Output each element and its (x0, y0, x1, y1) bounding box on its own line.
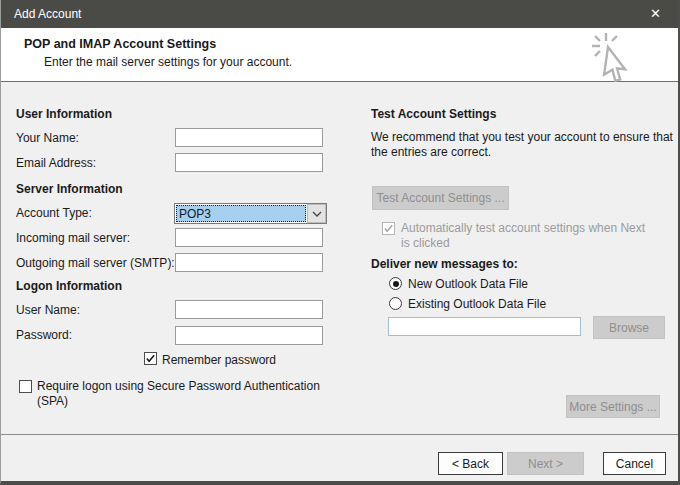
chevron-down-icon (312, 211, 322, 217)
account-type-dropdown[interactable]: POP3 (174, 203, 327, 224)
test-account-settings-button[interactable]: Test Account Settings ... (372, 186, 509, 210)
footer-divider (0, 434, 680, 435)
test-recommendation-line2: the entries are correct. (371, 145, 673, 160)
email-address-label: Email Address: (16, 156, 96, 170)
remember-password-label: Remember password (162, 353, 276, 367)
outgoing-server-label: Outgoing mail server (SMTP): (16, 256, 175, 270)
existing-data-file-radio[interactable] (389, 297, 402, 310)
spa-label-line1: Require logon using Secure Password Auth… (37, 379, 320, 394)
radio-selected-dot (393, 281, 399, 287)
user-information-heading: User Information (16, 107, 112, 121)
incoming-server-input[interactable] (175, 228, 323, 247)
browse-button[interactable]: Browse (593, 316, 665, 339)
next-button[interactable]: Next > (507, 452, 584, 475)
close-button[interactable]: ✕ (634, 0, 680, 28)
existing-data-file-input[interactable] (388, 317, 581, 336)
test-account-settings-heading: Test Account Settings (371, 107, 496, 121)
back-button[interactable]: < Back (438, 452, 503, 475)
account-type-selected-value: POP3 (176, 205, 306, 222)
dialog-header: POP and IMAP Account Settings Enter the … (0, 28, 680, 82)
title-bar: Add Account ✕ (0, 0, 680, 28)
add-account-dialog: Add Account ✕ POP and IMAP Account Setti… (0, 0, 680, 485)
checkmark-icon (383, 223, 394, 234)
cancel-button[interactable]: Cancel (603, 452, 666, 475)
test-recommendation-line1: We recommend that you test your account … (371, 130, 673, 145)
spa-checkbox[interactable] (19, 380, 32, 393)
user-name-input[interactable] (175, 300, 323, 319)
spa-label-line2: (SPA) (37, 394, 320, 409)
checkmark-icon (145, 353, 156, 364)
existing-data-file-label: Existing Outlook Data File (408, 297, 546, 311)
server-information-heading: Server Information (16, 182, 123, 196)
email-address-input[interactable] (175, 153, 323, 172)
password-label: Password: (16, 328, 72, 342)
page-title: POP and IMAP Account Settings (24, 37, 216, 51)
incoming-server-label: Incoming mail server: (16, 231, 130, 245)
cursor-click-icon (584, 31, 646, 83)
dropdown-arrow-button[interactable] (307, 204, 326, 223)
auto-test-label-line2: is clicked (401, 236, 645, 251)
user-name-label: User Name: (16, 303, 80, 317)
outgoing-server-input[interactable] (175, 253, 323, 272)
logon-information-heading: Logon Information (16, 279, 122, 293)
test-recommendation-text: We recommend that you test your account … (371, 130, 673, 160)
deliver-messages-heading: Deliver new messages to: (371, 257, 518, 271)
your-name-input[interactable] (175, 128, 323, 147)
new-data-file-radio[interactable] (389, 277, 402, 290)
auto-test-label-line1: Automatically test account settings when… (401, 221, 645, 236)
page-subtitle: Enter the mail server settings for your … (44, 55, 292, 69)
close-icon: ✕ (650, 6, 661, 21)
spa-label: Require logon using Secure Password Auth… (37, 379, 320, 409)
more-settings-button[interactable]: More Settings ... (566, 395, 660, 418)
account-type-label: Account Type: (16, 206, 92, 220)
window-title: Add Account (14, 7, 81, 21)
password-input[interactable] (175, 326, 323, 345)
auto-test-checkbox[interactable] (382, 222, 395, 235)
auto-test-label: Automatically test account settings when… (401, 221, 645, 251)
remember-password-checkbox[interactable] (144, 352, 157, 365)
new-data-file-label: New Outlook Data File (408, 277, 528, 291)
your-name-label: Your Name: (16, 131, 79, 145)
